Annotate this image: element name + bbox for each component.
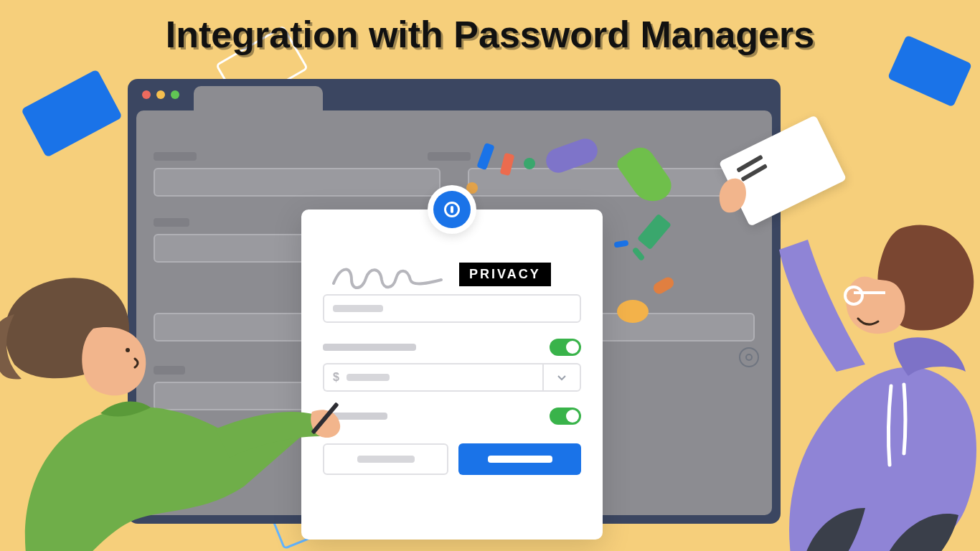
modal-submit-button[interactable] bbox=[458, 443, 581, 475]
window-controls bbox=[142, 90, 179, 99]
modal-badge bbox=[428, 185, 476, 234]
floating-card-blue-2 bbox=[887, 35, 972, 108]
person-right-illustration bbox=[693, 171, 980, 551]
bg-field-label bbox=[154, 152, 197, 161]
close-icon[interactable] bbox=[142, 90, 151, 99]
floating-card-blue-1 bbox=[21, 69, 123, 157]
svg-point-0 bbox=[126, 348, 130, 352]
page-title: Integration with Password Managers bbox=[166, 13, 814, 56]
confetti-piece bbox=[524, 158, 535, 169]
bg-field-label bbox=[428, 152, 471, 161]
person-left-illustration bbox=[0, 199, 344, 551]
modal-amount-select[interactable]: $ bbox=[323, 363, 542, 392]
confetti-piece bbox=[617, 300, 649, 323]
modal-toggle-2[interactable] bbox=[550, 408, 581, 425]
maximize-icon[interactable] bbox=[171, 90, 179, 99]
modal-toggle-1[interactable] bbox=[550, 339, 581, 356]
hand-icon bbox=[715, 172, 750, 215]
bg-input[interactable] bbox=[154, 168, 440, 197]
keyhole-icon bbox=[433, 191, 471, 228]
minimize-icon[interactable] bbox=[156, 90, 165, 99]
chevron-down-icon[interactable] bbox=[542, 363, 581, 392]
privacy-badge: PRIVACY bbox=[459, 263, 551, 286]
browser-titlebar bbox=[128, 79, 781, 110]
modal-text-input[interactable] bbox=[323, 294, 581, 323]
signature-icon bbox=[330, 258, 445, 294]
browser-tab[interactable] bbox=[194, 86, 323, 110]
